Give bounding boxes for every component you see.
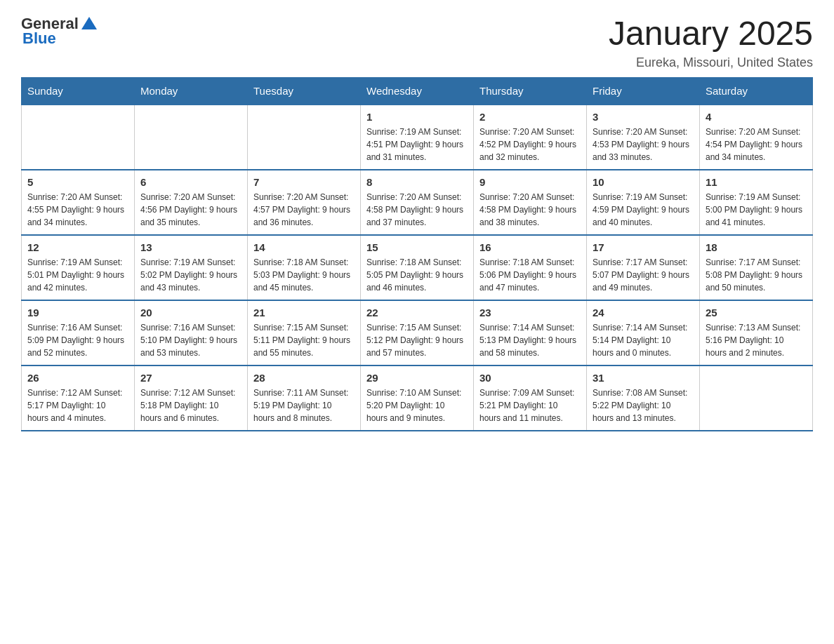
day-number: 5 [27,176,128,188]
calendar-cell: 12Sunrise: 7:19 AM Sunset: 5:01 PM Dayli… [22,235,135,300]
calendar-cell: 9Sunrise: 7:20 AM Sunset: 4:58 PM Daylig… [474,170,587,235]
calendar-cell: 27Sunrise: 7:12 AM Sunset: 5:18 PM Dayli… [135,365,248,431]
day-number: 30 [479,372,581,384]
day-info: Sunrise: 7:16 AM Sunset: 5:09 PM Dayligh… [27,321,128,359]
calendar-cell: 25Sunrise: 7:13 AM Sunset: 5:16 PM Dayli… [700,300,813,365]
day-number: 6 [140,176,241,188]
day-header-tuesday: Tuesday [248,78,361,105]
day-info: Sunrise: 7:12 AM Sunset: 5:17 PM Dayligh… [27,387,128,424]
day-number: 3 [593,111,694,123]
day-number: 1 [366,111,468,123]
calendar-cell: 28Sunrise: 7:11 AM Sunset: 5:19 PM Dayli… [248,365,361,431]
calendar-cell: 11Sunrise: 7:19 AM Sunset: 5:00 PM Dayli… [700,170,813,235]
calendar-cell: 30Sunrise: 7:09 AM Sunset: 5:21 PM Dayli… [474,365,587,431]
day-number: 11 [706,176,807,188]
day-number: 25 [706,307,807,318]
calendar-cell [700,365,813,431]
day-number: 9 [479,176,581,188]
svg-marker-0 [81,17,97,29]
day-info: Sunrise: 7:10 AM Sunset: 5:20 PM Dayligh… [366,387,468,424]
day-info: Sunrise: 7:20 AM Sunset: 4:57 PM Dayligh… [253,191,355,229]
calendar-cell: 2Sunrise: 7:20 AM Sunset: 4:52 PM Daylig… [474,105,587,170]
calendar-cell: 15Sunrise: 7:18 AM Sunset: 5:05 PM Dayli… [361,235,474,300]
month-year-title: January 2025 [609,14,813,53]
day-info: Sunrise: 7:20 AM Sunset: 4:58 PM Dayligh… [479,191,581,229]
day-number: 27 [140,372,241,384]
day-number: 10 [593,176,694,188]
day-number: 31 [593,372,694,384]
day-info: Sunrise: 7:15 AM Sunset: 5:11 PM Dayligh… [253,321,355,359]
calendar-cell: 8Sunrise: 7:20 AM Sunset: 4:58 PM Daylig… [361,170,474,235]
day-number: 8 [366,176,468,188]
calendar-week-5: 26Sunrise: 7:12 AM Sunset: 5:17 PM Dayli… [22,365,813,431]
day-number: 19 [27,307,128,318]
day-header-thursday: Thursday [474,78,587,105]
day-info: Sunrise: 7:16 AM Sunset: 5:10 PM Dayligh… [140,321,241,359]
logo-triangle-icon [81,15,97,31]
calendar-cell: 31Sunrise: 7:08 AM Sunset: 5:22 PM Dayli… [587,365,700,431]
day-number: 17 [593,241,694,253]
calendar-cell: 19Sunrise: 7:16 AM Sunset: 5:09 PM Dayli… [22,300,135,365]
calendar-cell: 21Sunrise: 7:15 AM Sunset: 5:11 PM Dayli… [248,300,361,365]
day-number: 28 [253,372,355,384]
calendar-header-row: SundayMondayTuesdayWednesdayThursdayFrid… [22,78,813,105]
title-section: January 2025 Eureka, Missouri, United St… [609,14,813,70]
calendar-cell: 5Sunrise: 7:20 AM Sunset: 4:55 PM Daylig… [22,170,135,235]
logo-blue: Blue [22,29,56,48]
day-info: Sunrise: 7:14 AM Sunset: 5:13 PM Dayligh… [479,321,581,359]
calendar-week-4: 19Sunrise: 7:16 AM Sunset: 5:09 PM Dayli… [22,300,813,365]
calendar-cell: 14Sunrise: 7:18 AM Sunset: 5:03 PM Dayli… [248,235,361,300]
day-info: Sunrise: 7:19 AM Sunset: 4:59 PM Dayligh… [593,191,694,229]
calendar-cell: 26Sunrise: 7:12 AM Sunset: 5:17 PM Dayli… [22,365,135,431]
day-info: Sunrise: 7:18 AM Sunset: 5:03 PM Dayligh… [253,256,355,294]
day-number: 4 [706,111,807,123]
page-header: General Blue January 2025 Eureka, Missou… [21,14,813,70]
day-info: Sunrise: 7:19 AM Sunset: 5:00 PM Dayligh… [706,191,807,229]
calendar-cell: 4Sunrise: 7:20 AM Sunset: 4:54 PM Daylig… [700,105,813,170]
day-number: 18 [706,241,807,253]
day-info: Sunrise: 7:15 AM Sunset: 5:12 PM Dayligh… [366,321,468,359]
day-info: Sunrise: 7:20 AM Sunset: 4:54 PM Dayligh… [706,126,807,163]
calendar-cell: 10Sunrise: 7:19 AM Sunset: 4:59 PM Dayli… [587,170,700,235]
location-subtitle: Eureka, Missouri, United States [609,55,813,70]
calendar-cell: 23Sunrise: 7:14 AM Sunset: 5:13 PM Dayli… [474,300,587,365]
calendar-week-1: 1Sunrise: 7:19 AM Sunset: 4:51 PM Daylig… [22,105,813,170]
day-info: Sunrise: 7:20 AM Sunset: 4:56 PM Dayligh… [140,191,241,229]
day-info: Sunrise: 7:17 AM Sunset: 5:08 PM Dayligh… [706,256,807,294]
day-header-sunday: Sunday [22,78,135,105]
day-info: Sunrise: 7:20 AM Sunset: 4:52 PM Dayligh… [479,126,581,163]
day-number: 20 [140,307,241,318]
calendar-cell: 6Sunrise: 7:20 AM Sunset: 4:56 PM Daylig… [135,170,248,235]
day-header-wednesday: Wednesday [361,78,474,105]
day-header-saturday: Saturday [700,78,813,105]
calendar-cell [22,105,135,170]
calendar-cell: 24Sunrise: 7:14 AM Sunset: 5:14 PM Dayli… [587,300,700,365]
calendar-week-3: 12Sunrise: 7:19 AM Sunset: 5:01 PM Dayli… [22,235,813,300]
day-number: 14 [253,241,355,253]
day-info: Sunrise: 7:08 AM Sunset: 5:22 PM Dayligh… [593,387,694,424]
day-info: Sunrise: 7:18 AM Sunset: 5:06 PM Dayligh… [479,256,581,294]
day-number: 21 [253,307,355,318]
day-number: 22 [366,307,468,318]
day-number: 12 [27,241,128,253]
day-header-friday: Friday [587,78,700,105]
day-number: 15 [366,241,468,253]
day-info: Sunrise: 7:13 AM Sunset: 5:16 PM Dayligh… [706,321,807,359]
calendar-cell: 29Sunrise: 7:10 AM Sunset: 5:20 PM Dayli… [361,365,474,431]
calendar-cell: 18Sunrise: 7:17 AM Sunset: 5:08 PM Dayli… [700,235,813,300]
day-number: 2 [479,111,581,123]
calendar-cell: 16Sunrise: 7:18 AM Sunset: 5:06 PM Dayli… [474,235,587,300]
calendar-cell [248,105,361,170]
calendar-cell: 22Sunrise: 7:15 AM Sunset: 5:12 PM Dayli… [361,300,474,365]
day-info: Sunrise: 7:20 AM Sunset: 4:55 PM Dayligh… [27,191,128,229]
day-number: 24 [593,307,694,318]
calendar-cell [135,105,248,170]
calendar-cell: 1Sunrise: 7:19 AM Sunset: 4:51 PM Daylig… [361,105,474,170]
day-info: Sunrise: 7:18 AM Sunset: 5:05 PM Dayligh… [366,256,468,294]
day-number: 29 [366,372,468,384]
calendar-cell: 20Sunrise: 7:16 AM Sunset: 5:10 PM Dayli… [135,300,248,365]
day-info: Sunrise: 7:14 AM Sunset: 5:14 PM Dayligh… [593,321,694,359]
day-info: Sunrise: 7:09 AM Sunset: 5:21 PM Dayligh… [479,387,581,424]
day-info: Sunrise: 7:19 AM Sunset: 5:02 PM Dayligh… [140,256,241,294]
calendar-cell: 3Sunrise: 7:20 AM Sunset: 4:53 PM Daylig… [587,105,700,170]
